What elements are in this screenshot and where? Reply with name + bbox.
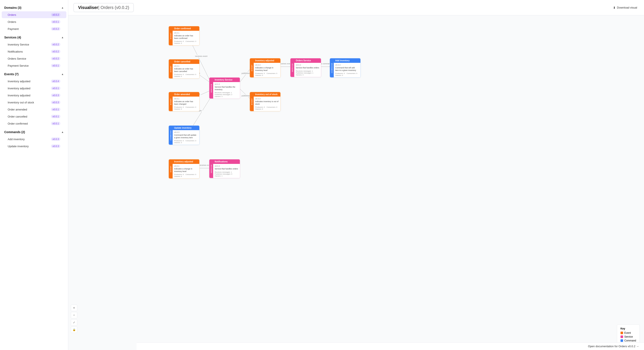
version-badge: v0.0.1: [51, 87, 60, 90]
node-body: v0.0.3 Indicates a change in inventory l…: [254, 63, 280, 77]
node-orders-service[interactable]: SERVICE Orders Service v0.0.2 Service th…: [290, 58, 321, 77]
version-badge: v0.0.1: [51, 108, 60, 111]
version-badge: v0.0.3: [51, 94, 60, 97]
service-dot: [620, 335, 623, 338]
node-body: v0.0.1 Indicates an order has been cance…: [173, 64, 199, 78]
node-title: Notifications: [215, 160, 238, 163]
sidebar-item-payment[interactable]: Payment v0.0.2: [2, 26, 66, 32]
download-visual-button[interactable]: ⬇ Download visual: [611, 5, 639, 10]
version-badge: v0.0.2: [51, 13, 60, 17]
commands-list: Add inventory v0.0.3 Update inventory v0…: [0, 136, 68, 149]
node-body: v0.0.3 Command that will update a given …: [173, 130, 199, 145]
node-order-cancelled-content: Order cancelled v0.0.1 Indicates an orde…: [173, 59, 199, 78]
node-title: Order amended: [174, 93, 198, 96]
legend-item-event: Event: [620, 331, 636, 334]
lock-button[interactable]: 🔒: [71, 326, 77, 333]
event-bar-label: EVENT: [170, 33, 172, 39]
node-title: Update inventory: [174, 127, 198, 129]
node-inventory-out-of-stock[interactable]: EVENT Inventory out of stock v0.0.3 Indi…: [250, 92, 280, 111]
sidebar-item-label: Inventory out of stock: [8, 101, 34, 104]
node-add-inventory[interactable]: COMMAND Add inventory v0.0.3 Command tha…: [330, 58, 360, 78]
node-inventory-adjusted[interactable]: EVENT Inventory adjusted v0.0.3 Indicate…: [250, 58, 280, 78]
legend-item-service: Service: [620, 335, 636, 338]
node-inventory-adjusted-bottom[interactable]: EVENT Inventory adjusted v0.0.1 Indicate…: [168, 159, 200, 179]
event-bar-label: EVENT: [170, 165, 172, 172]
footer: Open documentation for Orders v0.0.2 →: [136, 342, 644, 350]
node-order-amended[interactable]: EVENT Order amended v0.0.1 Indicates an …: [168, 92, 200, 111]
sidebar-item-orders-v002[interactable]: Orders v0.0.2: [2, 11, 66, 18]
node-event-bar: EVENT: [250, 58, 254, 77]
services-label: Services (4): [4, 36, 21, 39]
version-badge: v0.0.2: [51, 57, 60, 60]
sidebar-item-notifications[interactable]: Notifications v0.0.2: [2, 48, 66, 55]
node-update-inventory[interactable]: COMMAND Update inventory v0.0.3 Command …: [168, 125, 200, 145]
commands-label: Commands (2): [4, 130, 25, 134]
node-event-bar: EVENT: [169, 92, 173, 111]
sidebar-item-payment-service[interactable]: Payment Service v0.0.1: [2, 62, 66, 69]
sidebar-item-order-amended[interactable]: Order amended v0.0.1: [2, 106, 66, 113]
node-body: v0.0.1 Indicates an order has been confi…: [173, 31, 199, 45]
node-body: v0.0.1 Indicates an order has been chang…: [173, 97, 199, 111]
sidebar-item-order-confirmed[interactable]: Order confirmed v0.0.1: [2, 120, 66, 127]
node-event-bar: EVENT: [250, 92, 254, 111]
sidebar-item-label: Orders: [8, 20, 16, 24]
sidebar-item-label: Inventory Service: [8, 43, 29, 46]
sidebar-item-label: Orders Service: [8, 57, 26, 60]
service-bar-label: SERVICE: [292, 63, 293, 72]
fit-button[interactable]: ⤢: [71, 319, 77, 326]
open-documentation-link[interactable]: Open documentation for Orders v0.0.2 →: [588, 345, 639, 348]
command-bar-label: COMMAND: [331, 63, 333, 73]
node-inventory-service-center[interactable]: SERVICE Inventory Service v0.0.2 Service…: [209, 77, 240, 99]
sidebar-item-label: Update inventory: [8, 145, 28, 148]
node-body: v0.0.1 Indicates a change in inventory l…: [173, 164, 199, 179]
version-badge: v0.0.1: [51, 115, 60, 118]
sidebar-item-inv-adj-v004[interactable]: Inventory adjusted v0.0.4: [2, 78, 66, 85]
version-badge: v0.0.2: [51, 50, 60, 53]
sidebar-item-order-cancelled[interactable]: Order cancelled v0.0.1: [2, 113, 66, 120]
visualiser-word: Visualiser: [78, 5, 98, 10]
domains-chevron: ▲: [61, 6, 64, 9]
canvas-area[interactable]: receives event receives event receives e…: [68, 15, 644, 350]
node-order-amended-content: Order amended v0.0.1 Indicates an order …: [173, 92, 199, 111]
sidebar-item-inv-adj-v003[interactable]: Inventory adjusted v0.0.3: [2, 92, 66, 99]
visualiser-title: Visualiser| Orders (v0.0.2): [74, 3, 134, 12]
sidebar-item-orders-v001[interactable]: Orders v0.0.1: [2, 18, 66, 25]
download-label: Download visual: [617, 6, 637, 9]
sidebar-item-orders-service[interactable]: Orders Service v0.0.2: [2, 55, 66, 62]
commands-section-header[interactable]: Commands (2) ▲: [0, 129, 68, 135]
sidebar-section-services: Services (4) ▲ Inventory Service v0.0.2 …: [0, 34, 68, 69]
node-add-inventory-content: Add inventory v0.0.3 Command that will a…: [334, 58, 360, 77]
version-badge: v0.0.1: [51, 122, 60, 125]
domains-section-header[interactable]: Domains (3) ▲: [0, 4, 68, 11]
services-section-header[interactable]: Services (4) ▲: [0, 34, 68, 41]
node-title: Inventory out of stock: [255, 93, 279, 96]
node-order-cancelled[interactable]: EVENT Order cancelled v0.0.1 Indicates a…: [168, 59, 200, 79]
node-notifications-content: Notifications v0.0.2 Service that handle…: [213, 159, 240, 178]
events-section-header[interactable]: Events (7) ▲: [0, 71, 68, 78]
sidebar-item-inventory-service[interactable]: Inventory Service v0.0.2: [2, 41, 66, 48]
node-order-confirmed[interactable]: EVENT Order confirmed v0.0.1 Indicates a…: [168, 26, 200, 46]
node-inventory-service-content: Inventory Service v0.0.2 Service that ha…: [213, 78, 240, 98]
service-label: Service: [624, 335, 633, 338]
sidebar-item-update-inventory[interactable]: Update inventory v0.0.3: [2, 143, 66, 149]
sidebar-item-inv-out-of-stock[interactable]: Inventory out of stock v0.0.3: [2, 99, 66, 106]
domains-label: Domains (3): [4, 6, 21, 10]
sidebar-item-label: Order cancelled: [8, 115, 27, 118]
sidebar-item-inv-adj-v001[interactable]: Inventory adjusted v0.0.1: [2, 85, 66, 92]
zoom-in-button[interactable]: +: [71, 305, 77, 311]
sidebar-item-label: Payment: [8, 27, 18, 31]
node-event-bar: EVENT: [169, 26, 173, 45]
zoom-out-button[interactable]: −: [71, 312, 77, 318]
sidebar-section-events: Events (7) ▲ Inventory adjusted v0.0.4 I…: [0, 71, 68, 127]
node-body: v0.0.2 Service that handles orders Recei…: [213, 164, 240, 178]
event-bar-label: EVENT: [170, 98, 172, 105]
node-service-bar: SERVICE: [209, 78, 213, 98]
sidebar-item-add-inventory[interactable]: Add inventory v0.0.3: [2, 136, 66, 142]
sidebar-item-label: Orders: [8, 13, 16, 17]
node-notifications[interactable]: SERVICE Notifications v0.0.2 Service tha…: [209, 159, 240, 178]
sidebar-item-label: Notifications: [8, 50, 23, 53]
node-service-bar: SERVICE: [209, 159, 213, 178]
node-body: v0.0.3 Command that will add item to a g…: [334, 63, 360, 77]
sidebar-item-label: Order amended: [8, 108, 27, 111]
services-chevron: ▲: [61, 36, 64, 39]
